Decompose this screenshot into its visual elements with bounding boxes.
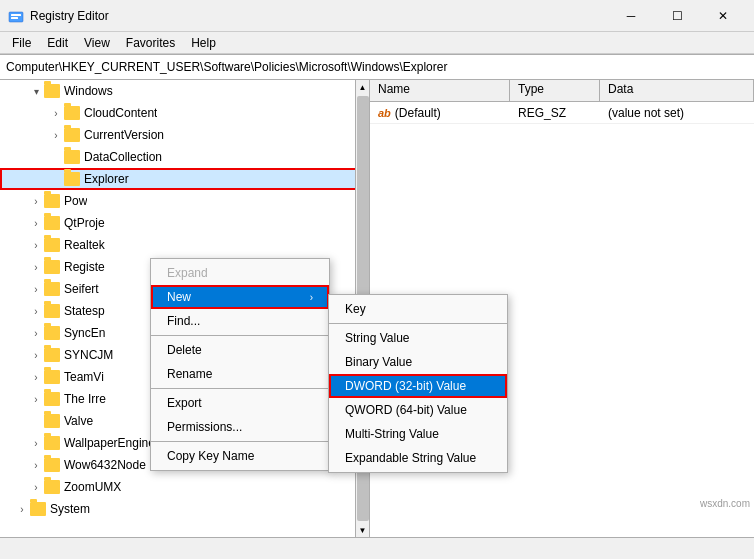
sub-menu-new: Key String Value Binary Value DWORD (32-… [328, 294, 508, 473]
menu-bar: File Edit View Favorites Help [0, 32, 754, 54]
tree-item-zoomumx[interactable]: › ZoomUMX [0, 476, 369, 498]
folder-icon-seifert [44, 282, 60, 296]
tree-label-system: System [50, 502, 90, 516]
tree-label-seifert: Seifert [64, 282, 99, 296]
tree-label-the-irre: The Irre [64, 392, 106, 406]
cell-name-text-default: (Default) [395, 106, 441, 120]
ctx-new-label: New [167, 290, 191, 304]
tree-label-wallpaperengine: WallpaperEngine [64, 436, 155, 450]
tree-item-qtproje[interactable]: › QtProje [0, 212, 369, 234]
close-button[interactable]: ✕ [700, 0, 746, 32]
ctx-expand[interactable]: Expand [151, 261, 329, 285]
tree-item-datacollection[interactable]: › DataCollection [0, 146, 369, 168]
sub-dword-value[interactable]: DWORD (32-bit) Value [329, 374, 507, 398]
sub-qword-value-label: QWORD (64-bit) Value [345, 403, 467, 417]
sub-expandable-string[interactable]: Expandable String Value [329, 446, 507, 470]
sub-sep1 [329, 323, 507, 324]
col-header-name[interactable]: Name [370, 80, 510, 101]
menu-favorites[interactable]: Favorites [118, 34, 183, 52]
ctx-permissions-label: Permissions... [167, 420, 242, 434]
tree-label-teamvi: TeamVi [64, 370, 104, 384]
chevron-system: › [14, 501, 30, 517]
tree-label-cloudcontent: CloudContent [84, 106, 157, 120]
tree-item-windows[interactable]: ▾ Windows [0, 80, 369, 102]
address-text: Computer\HKEY_CURRENT_USER\Software\Poli… [6, 60, 447, 74]
ctx-sep1 [151, 335, 329, 336]
sub-multi-string[interactable]: Multi-String Value [329, 422, 507, 446]
tree-item-realtek[interactable]: › Realtek [0, 234, 369, 256]
tree-item-explorer[interactable]: › Explorer [0, 168, 369, 190]
watermark: wsxdn.com [700, 498, 750, 509]
maximize-button[interactable]: ☐ [654, 0, 700, 32]
sub-string-value-label: String Value [345, 331, 409, 345]
menu-edit[interactable]: Edit [39, 34, 76, 52]
column-headers: Name Type Data [370, 80, 754, 102]
folder-icon-wallpaperengine [44, 436, 60, 450]
chevron-the-irre: › [28, 391, 44, 407]
menu-file[interactable]: File [4, 34, 39, 52]
ctx-export-label: Export [167, 396, 202, 410]
tree-label-syncjm: SYNCJM [64, 348, 113, 362]
chevron-statesp: › [28, 303, 44, 319]
folder-icon-datacollection [64, 150, 80, 164]
folder-icon-currentversion [64, 128, 80, 142]
sub-multi-string-label: Multi-String Value [345, 427, 439, 441]
tree-label-zoomumx: ZoomUMX [64, 480, 121, 494]
sub-string-value[interactable]: String Value [329, 326, 507, 350]
tree-label-registe: Registe [64, 260, 105, 274]
tree-label-statesp: Statesp [64, 304, 105, 318]
tree-label-currentversion: CurrentVersion [84, 128, 164, 142]
tree-label-valve: Valve [64, 414, 93, 428]
ab-icon: ab [378, 107, 391, 119]
tree-item-currentversion[interactable]: › CurrentVersion [0, 124, 369, 146]
chevron-zoomumx: › [28, 479, 44, 495]
ctx-delete-label: Delete [167, 343, 202, 357]
context-menu: Expand New › Find... Delete Rename Expor… [150, 258, 330, 471]
chevron-teamvi: › [28, 369, 44, 385]
folder-icon-pow [44, 194, 60, 208]
ctx-new[interactable]: New › [151, 285, 329, 309]
chevron-windows: ▾ [28, 83, 44, 99]
ctx-rename[interactable]: Rename [151, 362, 329, 386]
menu-help[interactable]: Help [183, 34, 224, 52]
chevron-seifert: › [28, 281, 44, 297]
scroll-down-btn[interactable]: ▼ [357, 523, 369, 537]
sub-dword-value-label: DWORD (32-bit) Value [345, 379, 466, 393]
ctx-copykeyname[interactable]: Copy Key Name [151, 444, 329, 468]
scroll-up-btn[interactable]: ▲ [357, 80, 369, 94]
sub-binary-value[interactable]: Binary Value [329, 350, 507, 374]
tree-label-qtproje: QtProje [64, 216, 105, 230]
tree-item-pow[interactable]: › Pow [0, 190, 369, 212]
tree-item-system[interactable]: › System [0, 498, 369, 520]
ctx-find[interactable]: Find... [151, 309, 329, 333]
folder-icon-syncjm [44, 348, 60, 362]
sub-key-label: Key [345, 302, 366, 316]
folder-icon-system [30, 502, 46, 516]
ctx-copykeyname-label: Copy Key Name [167, 449, 254, 463]
chevron-wallpaperengine: › [28, 435, 44, 451]
sub-qword-value[interactable]: QWORD (64-bit) Value [329, 398, 507, 422]
window-controls: ─ ☐ ✕ [608, 0, 746, 32]
minimize-button[interactable]: ─ [608, 0, 654, 32]
folder-icon-wow6432node [44, 458, 60, 472]
chevron-wow6432node: › [28, 457, 44, 473]
ctx-sep3 [151, 441, 329, 442]
chevron-syncen: › [28, 325, 44, 341]
title-bar-left: Registry Editor [8, 8, 109, 24]
ctx-export[interactable]: Export [151, 391, 329, 415]
ctx-permissions[interactable]: Permissions... [151, 415, 329, 439]
ctx-rename-label: Rename [167, 367, 212, 381]
sub-binary-value-label: Binary Value [345, 355, 412, 369]
cell-data-default: (value not set) [600, 104, 754, 122]
col-header-type[interactable]: Type [510, 80, 600, 101]
sub-key[interactable]: Key [329, 297, 507, 321]
tree-item-cloudcontent[interactable]: › CloudContent [0, 102, 369, 124]
col-header-data[interactable]: Data [600, 80, 754, 101]
registry-row-default[interactable]: ab (Default) REG_SZ (value not set) [370, 102, 754, 124]
folder-icon-windows [44, 84, 60, 98]
ctx-delete[interactable]: Delete [151, 338, 329, 362]
main-content: ▾ Windows › CloudContent › CurrentVersio… [0, 80, 754, 537]
menu-view[interactable]: View [76, 34, 118, 52]
chevron-registe: › [28, 259, 44, 275]
folder-icon-valve [44, 414, 60, 428]
